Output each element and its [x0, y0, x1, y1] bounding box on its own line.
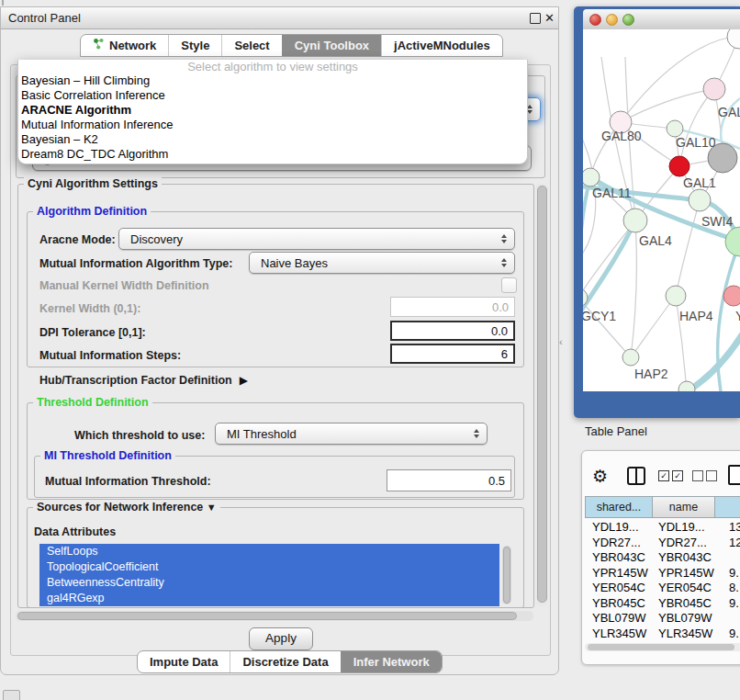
mi-threshold-field[interactable]	[387, 469, 511, 491]
node-swi4[interactable]	[725, 227, 740, 256]
popup-item-dream8[interactable]: Dream8 DC_TDC Algorithm	[18, 147, 527, 162]
attribute-item[interactable]: gal4RGexp	[39, 591, 499, 606]
node-mid-green[interactable]	[689, 189, 711, 211]
aracne-mode-combo[interactable]: Discovery	[118, 228, 515, 250]
checked-checkbox-icon[interactable]: ✓	[672, 470, 683, 481]
hscrollbar-thumb[interactable]	[17, 612, 517, 620]
sources-group-title[interactable]: Sources for Network Inference ▼	[33, 501, 220, 514]
data-attributes-list[interactable]: SelfLoopsTopologicalCoefficientBetweenne…	[39, 544, 499, 606]
label-gal-partial: GAL	[718, 105, 740, 119]
tab-impute-data[interactable]: Impute Data	[138, 651, 230, 672]
expander-collapsed-icon: ▶	[240, 374, 248, 387]
table-hscrollbar-thumb[interactable]	[588, 644, 734, 650]
table-hscrollbar[interactable]	[585, 643, 740, 651]
node-gal1[interactable]	[669, 156, 690, 176]
settings-vscrollbar[interactable]	[535, 184, 548, 606]
tab-jactivemnodules[interactable]: jActiveMNodules	[381, 35, 502, 56]
sources-title-label: Sources for Network Inference	[37, 501, 203, 514]
attribute-item[interactable]: SelfLoops	[39, 544, 499, 559]
zoom-traffic-light[interactable]	[622, 14, 634, 26]
minimize-traffic-light[interactable]	[606, 14, 618, 26]
unchecked-checkbox-icon[interactable]	[706, 470, 717, 481]
algorithm-dropdown-popup: Select algorithm to view settings Bayesi…	[17, 60, 528, 164]
bottom-tabbar: Impute Data Discretize Data Infer Networ…	[137, 650, 443, 673]
table-row[interactable]: YPR145W YPR145W 9.	[585, 566, 740, 581]
table-row[interactable]: YIL052C YIL052C 9	[585, 641, 740, 642]
label-gal4: GAL4	[639, 233, 672, 248]
node-unlabeled[interactable]	[727, 29, 740, 49]
attribute-item[interactable]: TopologicalCoefficient	[39, 559, 499, 575]
split-pane-icon[interactable]	[627, 467, 645, 485]
attr-scrollbar-thumb[interactable]	[503, 547, 510, 604]
hub-expander-label: Hub/Transcription Factor Definition	[39, 374, 232, 387]
tab-cyni-toolbox[interactable]: Cyni Toolbox	[282, 35, 381, 56]
table-row[interactable]: YBL079W YBL079W	[585, 611, 740, 627]
mi-steps-label: Mutual Information Steps:	[39, 349, 181, 362]
popup-item-bayesian-hill[interactable]: Bayesian – Hill Climbing	[18, 73, 527, 88]
attr-list-scrollbar[interactable]	[502, 546, 511, 604]
node-salmon[interactable]	[723, 286, 740, 306]
group-title: Threshold Definition	[33, 396, 152, 410]
node-hap2[interactable]	[622, 349, 639, 366]
network-icon	[93, 38, 105, 53]
aracne-mode-label: Aracne Mode:	[39, 233, 116, 246]
hub-expander[interactable]: Hub/Transcription Factor Definition▶	[39, 374, 248, 387]
settings-hscrollbar[interactable]	[16, 611, 533, 621]
group-title: MI Threshold Definition	[40, 449, 175, 463]
tab-discretize-data[interactable]: Discretize Data	[230, 651, 340, 672]
tab-select[interactable]: Select	[221, 35, 281, 56]
apply-button[interactable]: Apply	[249, 627, 313, 650]
vscrollbar-thumb[interactable]	[537, 186, 547, 603]
tab-style[interactable]: Style	[168, 35, 221, 56]
network-canvas[interactable]: GAL GAL80 GAL10 GAL1 GAL11 SWI4 GAL4 GCY…	[583, 29, 740, 391]
popup-item-bayesian-k2[interactable]: Bayesian – K2	[18, 132, 527, 147]
node-hap4[interactable]	[666, 286, 686, 306]
checked-checkbox-icon[interactable]: ✓	[658, 470, 669, 481]
mi-type-combo[interactable]: Naive Bayes	[249, 252, 515, 274]
column-header-partial[interactable]	[715, 496, 740, 518]
table-row[interactable]: YBR045C YBR045C 9.	[585, 596, 740, 612]
control-panel-window: Control Panel ✕ Network Style Select Cyn…	[0, 6, 559, 675]
document-icon[interactable]	[728, 465, 740, 485]
mi-steps-field[interactable]	[390, 344, 515, 364]
popup-item-mutual-information[interactable]: Mutual Information Inference	[18, 118, 527, 132]
tab-label: jActiveMNodules	[394, 39, 490, 52]
expander-expanded-icon: ▼	[207, 502, 217, 513]
table-row[interactable]: YLR345W YLR345W 9.	[585, 627, 740, 642]
table-body: YDL19... YDL19... 13 YDR27... YDR27... 1…	[585, 520, 740, 642]
mi-threshold-label: Mutual Information Threshold:	[45, 475, 211, 488]
close-traffic-light[interactable]	[589, 14, 601, 26]
label-gal1: GAL1	[683, 175, 716, 190]
popup-item-aracne[interactable]: ARACNE Algorithm	[18, 103, 527, 118]
window-edge-artifact	[2, 0, 4, 6]
node-gal4[interactable]	[623, 209, 647, 232]
node-gal-partial[interactable]	[703, 78, 725, 100]
kernel-width-field[interactable]	[390, 297, 515, 317]
table-row[interactable]: YER054C YER054C 8.	[585, 581, 740, 596]
attribute-item[interactable]: BetweennessCentrality	[39, 575, 499, 591]
manual-kernel-checkbox[interactable]	[501, 277, 517, 293]
popup-item-basic-correlation[interactable]: Basic Correlation Inference	[18, 88, 527, 103]
table-panel-title: Table Panel	[585, 424, 647, 438]
column-header-shared[interactable]: shared...	[585, 496, 653, 518]
which-threshold-combo[interactable]: MI Threshold	[215, 423, 488, 445]
tab-label: Style	[181, 39, 209, 52]
tab-infer-network[interactable]: Infer Network	[341, 651, 442, 672]
table-row[interactable]: YDR27... YDR27... 12	[585, 536, 740, 551]
dpi-tolerance-field[interactable]	[390, 321, 515, 341]
label-swi4: SWI4	[701, 214, 733, 229]
gear-icon[interactable]: ⚙	[592, 468, 608, 485]
tab-label: Network	[109, 39, 156, 52]
float-icon[interactable]	[530, 13, 541, 24]
screen: Control Panel ✕ Network Style Select Cyn…	[0, 0, 740, 700]
column-header-name[interactable]: name	[653, 496, 715, 518]
close-icon[interactable]: ✕	[544, 8, 555, 28]
node-bottom-partial[interactable]	[678, 381, 695, 391]
tab-network[interactable]: Network	[81, 35, 168, 56]
table-row[interactable]: YDL19... YDL19... 13	[585, 520, 740, 536]
splitter-grip-icon[interactable]: ‹	[559, 336, 563, 347]
unchecked-checkbox-icon[interactable]	[692, 470, 703, 481]
node-gal11[interactable]	[583, 168, 600, 186]
partial-grip-icon[interactable]	[3, 690, 20, 700]
table-row[interactable]: YBR043C YBR043C	[585, 550, 740, 566]
